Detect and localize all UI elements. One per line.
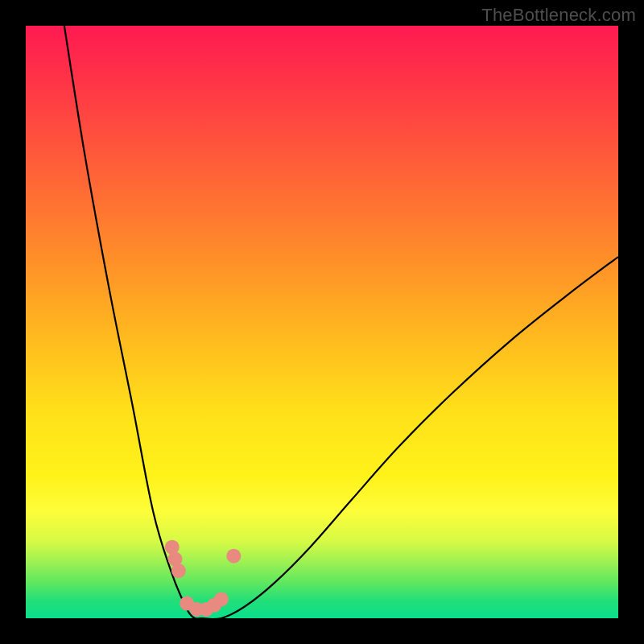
plot-area: [26, 26, 618, 618]
marker-dots: [165, 540, 242, 617]
marker-dot: [226, 549, 241, 564]
curve-layer: [26, 26, 618, 618]
marker-dot: [171, 564, 186, 578]
watermark-text: TheBottleneck.com: [481, 5, 636, 26]
marker-dot: [214, 592, 229, 606]
curve-right-branch: [200, 257, 618, 618]
outer-frame: TheBottleneck.com: [0, 0, 644, 644]
curve-left-branch: [64, 26, 200, 618]
